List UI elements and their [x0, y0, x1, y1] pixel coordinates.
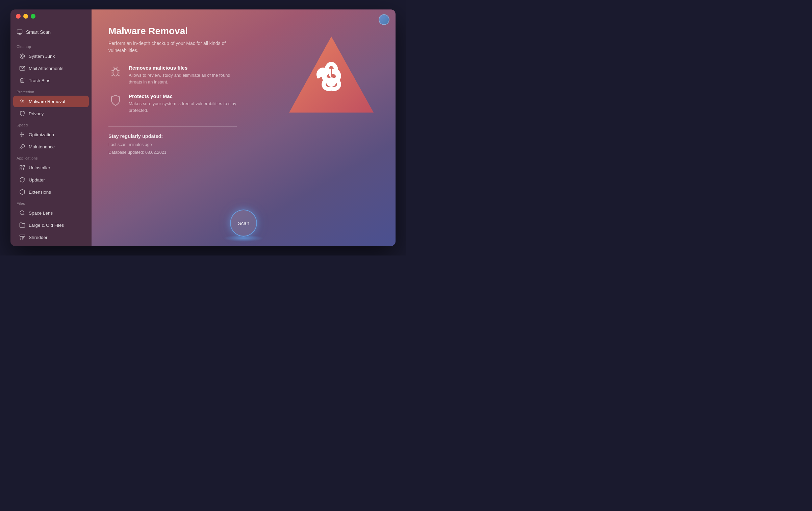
- svg-line-34: [111, 75, 113, 76]
- sidebar-item-extensions[interactable]: Extensions: [13, 186, 89, 198]
- sidebar-item-large-old-files[interactable]: Large & Old Files: [13, 219, 89, 231]
- sidebar-item-shredder[interactable]: Shredder: [13, 232, 89, 243]
- main-content: Malware Removal Perform an in-depth chec…: [92, 9, 396, 246]
- sidebar-item-label: Large & Old Files: [29, 223, 64, 228]
- scan-button-label: Scan: [238, 220, 249, 226]
- database-updated: Database updated: 08.02.2021: [108, 149, 379, 156]
- sidebar-item-label: Mail Attachments: [29, 66, 64, 71]
- biohazard-icon: [19, 98, 25, 104]
- svg-rect-19: [20, 168, 22, 170]
- biohazard-illustration: [284, 30, 379, 124]
- feature-title: Protects your Mac: [129, 93, 237, 99]
- sidebar-item-label: Updater: [29, 177, 45, 182]
- sidebar-item-label: Malware Removal: [29, 99, 65, 104]
- svg-point-29: [113, 69, 118, 76]
- svg-line-30: [111, 70, 113, 71]
- trash-icon: [19, 77, 25, 83]
- svg-line-35: [118, 75, 120, 76]
- updater-icon: [19, 177, 25, 183]
- svg-point-14: [21, 132, 22, 133]
- sidebar-item-privacy[interactable]: Privacy: [13, 108, 89, 119]
- sidebar-item-label: Smart Scan: [26, 29, 51, 35]
- close-button[interactable]: [16, 14, 21, 19]
- svg-rect-17: [20, 165, 22, 167]
- svg-point-22: [20, 211, 24, 215]
- svg-line-27: [24, 237, 24, 240]
- feature-protects-mac-text: Protects your Mac Makes sure your system…: [129, 93, 237, 114]
- sidebar-item-label: Extensions: [29, 190, 51, 195]
- sidebar-item-smart-scan[interactable]: Smart Scan: [10, 26, 92, 39]
- shield-icon: [108, 93, 123, 107]
- svg-rect-0: [17, 30, 22, 33]
- extensions-icon: [19, 189, 25, 195]
- scan-button-wrapper: Scan: [230, 210, 257, 237]
- svg-point-15: [23, 134, 24, 135]
- sidebar-item-label: Shredder: [29, 235, 48, 240]
- scan-button[interactable]: Scan: [230, 210, 257, 237]
- update-section: Stay regularly updated: Last scan: minut…: [108, 133, 379, 156]
- titlebar: [10, 9, 396, 23]
- sidebar-item-label: Privacy: [29, 111, 44, 116]
- sidebar-item-label: Space Lens: [29, 211, 53, 216]
- svg-point-4: [21, 55, 23, 57]
- bug-icon: [108, 65, 123, 79]
- sidebar: Smart Scan Cleanup System Junk: [10, 9, 92, 246]
- sidebar-item-space-lens[interactable]: Space Lens: [13, 207, 89, 219]
- sidebar-item-malware-removal[interactable]: Malware Removal: [13, 96, 89, 107]
- sidebar-item-trash-bins[interactable]: Trash Bins: [13, 75, 89, 86]
- section-label-speed: Speed: [10, 120, 92, 128]
- section-label-files: Files: [10, 198, 92, 207]
- large-files-icon: [19, 222, 25, 228]
- monitor-icon: [17, 29, 23, 35]
- sidebar-item-maintenance[interactable]: Maintenance: [13, 141, 89, 152]
- svg-rect-18: [23, 165, 25, 167]
- divider: [108, 126, 237, 127]
- svg-line-25: [21, 237, 21, 240]
- sidebar-item-label: Optimization: [29, 132, 54, 137]
- sidebar-item-optimization[interactable]: Optimization: [13, 129, 89, 140]
- privacy-icon: [19, 111, 25, 117]
- section-label-cleanup: Cleanup: [10, 41, 92, 50]
- maximize-button[interactable]: [31, 14, 35, 19]
- shredder-icon: [19, 234, 25, 240]
- uninstaller-icon: [19, 165, 25, 171]
- junk-icon: [19, 53, 25, 59]
- sidebar-item-system-junk[interactable]: System Junk: [13, 50, 89, 62]
- svg-line-31: [118, 70, 120, 71]
- feature-removes-malicious-text: Removes malicious files Allows to review…: [129, 65, 237, 85]
- mail-icon: [19, 65, 25, 71]
- sidebar-item-uninstaller[interactable]: Uninstaller: [13, 162, 89, 173]
- svg-point-16: [21, 136, 22, 137]
- app-window: Smart Scan Cleanup System Junk: [10, 9, 396, 246]
- space-lens-icon: [19, 210, 25, 216]
- sidebar-item-mail-attachments[interactable]: Mail Attachments: [13, 63, 89, 74]
- last-scan: Last scan: minutes ago: [108, 141, 379, 149]
- sidebar-item-label: Trash Bins: [29, 78, 50, 83]
- section-label-applications: Applications: [10, 153, 92, 162]
- update-heading: Stay regularly updated:: [108, 133, 379, 139]
- sidebar-item-updater[interactable]: Updater: [13, 174, 89, 186]
- minimize-button[interactable]: [23, 14, 28, 19]
- page-subtitle: Perform an in-depth checkup of your Mac …: [108, 40, 237, 54]
- sidebar-item-label: Uninstaller: [29, 165, 50, 170]
- feature-description: Makes sure your system is free of vulner…: [129, 100, 237, 114]
- optimization-icon: [19, 131, 25, 138]
- maintenance-icon: [19, 144, 25, 150]
- sidebar-item-label: System Junk: [29, 54, 55, 59]
- feature-description: Allows to review, study and eliminate al…: [129, 72, 237, 85]
- section-label-protection: Protection: [10, 87, 92, 95]
- svg-line-23: [23, 214, 24, 215]
- sidebar-item-label: Maintenance: [29, 144, 55, 149]
- feature-title: Removes malicious files: [129, 65, 237, 71]
